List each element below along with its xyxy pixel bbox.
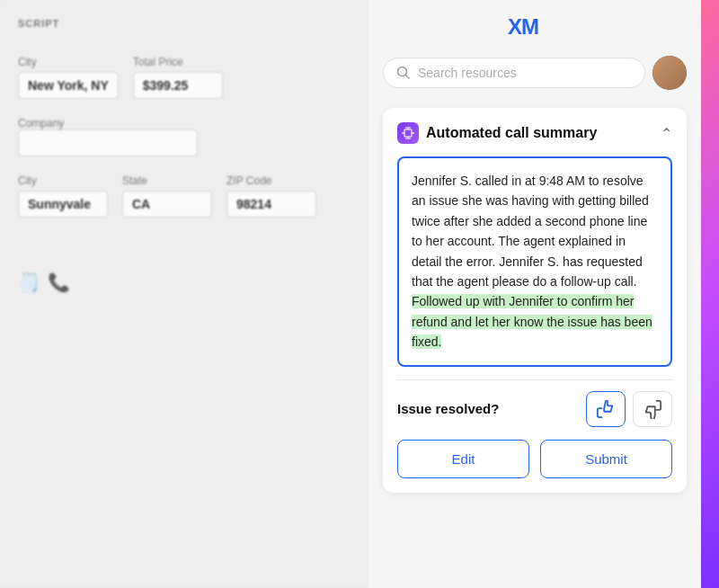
edit-button[interactable]: Edit: [397, 440, 529, 478]
xm-logo: XM: [508, 14, 562, 45]
ai-icon: [397, 122, 419, 144]
price-label: Total Price: [133, 56, 223, 68]
action-buttons: Edit Submit: [397, 440, 672, 478]
divider: [397, 379, 672, 380]
search-placeholder-text: Search resources: [418, 66, 517, 80]
city2-field-group: City Sunnyvale: [18, 174, 108, 218]
thumbs-down-icon: [643, 399, 662, 419]
city-value: New York, NY: [18, 72, 119, 99]
city-field-group: City New York, NY: [18, 56, 119, 99]
thumbs-up-button[interactable]: [586, 391, 626, 427]
city2-value: Sunnyvale: [18, 191, 108, 218]
summary-textbox: Jennifer S. called in at 9:48 AM to reso…: [397, 156, 672, 367]
summary-text-plain: Jennifer S. called in at 9:48 AM to reso…: [412, 174, 649, 289]
zip-field-group: ZIP Code 98214: [226, 174, 316, 218]
company-section: Company: [18, 117, 351, 156]
svg-text:XM: XM: [508, 14, 538, 39]
price-value: $399.25: [133, 72, 223, 99]
icon-area: 🗒️ 📞: [18, 272, 351, 293]
chip-icon: [402, 127, 414, 139]
state-value: CA: [122, 191, 212, 218]
svg-rect-3: [404, 129, 412, 137]
thumbs-down-button[interactable]: [633, 391, 672, 427]
phone-icon: 📞: [48, 272, 70, 293]
feedback-buttons: [586, 391, 672, 427]
summary-text-highlighted: Followed up with Jennifer to confirm her…: [412, 294, 652, 349]
city-state-zip-row: City Sunnyvale State CA ZIP Code 98214: [18, 174, 351, 218]
card-title-area: Automated call summary: [397, 122, 597, 144]
issue-resolved-row: Issue resolved?: [397, 391, 672, 427]
right-panel: XM Search resources: [368, 0, 701, 588]
search-area: Search resources: [368, 56, 701, 101]
thumbs-up-icon: [596, 399, 616, 419]
zip-value: 98214: [226, 191, 316, 218]
summary-card: Automated call summary ⌃ Jennifer S. cal…: [383, 108, 687, 493]
city2-label: City: [18, 174, 108, 187]
panel-content: Automated call summary ⌃ Jennifer S. cal…: [368, 101, 701, 588]
company-label: Company: [18, 117, 351, 129]
avatar-image: [652, 56, 687, 90]
city-price-row: City New York, NY Total Price $399.25: [18, 56, 351, 99]
price-field-group: Total Price $399.25: [133, 56, 223, 99]
script-label: SCRIPT: [18, 18, 351, 29]
xm-logo-svg: XM: [508, 14, 562, 40]
city-label: City: [18, 56, 119, 68]
state-field-group: State CA: [122, 174, 212, 218]
left-background-panel: SCRIPT City New York, NY Total Price $39…: [0, 0, 368, 588]
collapse-icon[interactable]: ⌃: [661, 125, 672, 142]
card-title: Automated call summary: [426, 125, 597, 141]
decorative-gradient-edge: [701, 0, 719, 588]
zip-label: ZIP Code: [226, 174, 316, 187]
panel-header: XM: [368, 0, 701, 56]
search-icon: [396, 66, 411, 80]
search-bar[interactable]: Search resources: [383, 58, 645, 88]
company-input[interactable]: [18, 129, 198, 156]
svg-line-2: [406, 76, 410, 79]
card-header: Automated call summary ⌃: [397, 122, 672, 144]
issue-resolved-label: Issue resolved?: [397, 401, 499, 416]
state-label: State: [122, 174, 212, 187]
document-icon: 🗒️: [18, 272, 40, 293]
submit-button[interactable]: Submit: [540, 440, 672, 478]
user-avatar[interactable]: [652, 56, 687, 90]
